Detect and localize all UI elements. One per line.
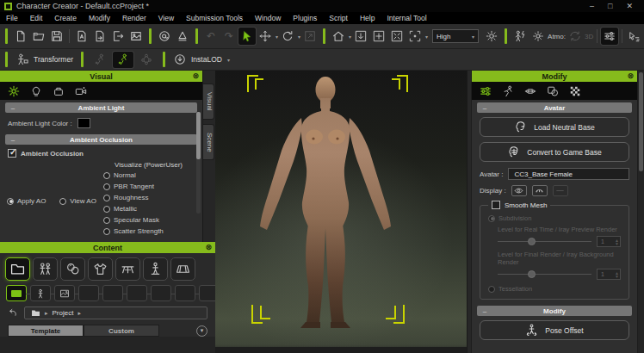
motion-tab-icon[interactable] xyxy=(502,85,514,97)
slider-thumb[interactable] xyxy=(528,270,536,278)
camera-tab-icon[interactable] xyxy=(75,85,87,97)
frame-selection-icon[interactable] xyxy=(406,28,424,45)
stage-tab-icon[interactable] xyxy=(53,85,65,97)
undo-icon[interactable]: ↶ xyxy=(202,28,220,45)
menu-view[interactable]: View xyxy=(152,14,180,22)
breadcrumb-project[interactable]: Project xyxy=(53,309,74,317)
final-level-spinbox[interactable]: 1▲▼ xyxy=(597,269,621,280)
send-to-icon[interactable] xyxy=(109,28,127,45)
subcategory-empty-slot[interactable] xyxy=(127,285,147,301)
atmosphere-toggle-icon[interactable] xyxy=(529,28,547,45)
rotate-options-caret-icon[interactable]: ▾ xyxy=(298,34,300,40)
save-project-icon[interactable] xyxy=(48,28,65,45)
avatar-name-field[interactable]: CC3_Base Female xyxy=(508,168,629,180)
expand-content-icon[interactable]: ▾ xyxy=(196,325,207,337)
smooth-mesh-checkbox[interactable] xyxy=(492,201,500,209)
scrollbar-thumb[interactable] xyxy=(639,72,643,171)
side-tab-scene[interactable]: Scene xyxy=(203,124,214,161)
visualize-roughness-radio[interactable]: Roughness xyxy=(103,192,195,203)
visualize-metallic-radio[interactable]: Metallic xyxy=(103,203,195,214)
ambient-occlusion-section-bar[interactable]: – Ambient Occlusion xyxy=(5,134,197,145)
menu-script[interactable]: Script xyxy=(323,14,354,22)
realtime-level-spinbox[interactable]: 1▲▼ xyxy=(597,236,621,247)
avatar-section-bar[interactable]: – Avatar xyxy=(477,102,632,113)
display-settings-tab-icon[interactable] xyxy=(8,85,20,97)
category-project-icon[interactable] xyxy=(5,257,30,281)
spin-arrows-icon[interactable]: ▲▼ xyxy=(615,271,620,278)
spin-arrows-icon[interactable]: ▲▼ xyxy=(615,238,620,245)
convert-to-game-base-button[interactable]: Convert to Game Base xyxy=(480,142,629,162)
category-stage-icon[interactable] xyxy=(170,257,195,281)
visualize-normal-radio[interactable]: Normal xyxy=(103,170,195,181)
load-neutral-base-button[interactable]: Load Neutral Base xyxy=(480,117,629,137)
render-image-icon[interactable] xyxy=(156,28,173,45)
menu-submission-tools[interactable]: Submission Tools xyxy=(180,14,249,22)
category-accessory-icon[interactable] xyxy=(115,257,140,281)
select-tool-icon[interactable] xyxy=(238,28,256,45)
sync-3d-icon[interactable] xyxy=(567,28,584,45)
subcategory-scene-icon[interactable] xyxy=(54,285,75,301)
physics-toggle-icon[interactable] xyxy=(511,28,529,45)
menu-file[interactable]: File xyxy=(0,14,24,22)
new-project-icon[interactable] xyxy=(12,28,29,45)
show-hair-toggle[interactable] xyxy=(553,185,568,196)
move-options-caret-icon[interactable]: ▾ xyxy=(276,34,278,40)
modify-panel-header[interactable]: Modify ⊗ xyxy=(472,71,637,82)
tessellation-radio[interactable]: Tessellation xyxy=(488,283,622,294)
subdivision-radio[interactable]: Subdivision xyxy=(488,213,622,224)
collapse-icon[interactable]: – xyxy=(5,136,21,144)
breadcrumb[interactable]: ▸ Project ▸ xyxy=(24,307,207,319)
slider-thumb[interactable] xyxy=(528,238,536,245)
visualize-scatter-strength-radio[interactable]: Scatter Strength xyxy=(103,226,195,237)
collapse-icon[interactable]: – xyxy=(477,307,492,315)
subcategory-empty-slot[interactable] xyxy=(151,285,171,301)
subcategory-empty-slot[interactable] xyxy=(175,285,195,301)
instalod-caret-icon[interactable]: ▾ xyxy=(227,57,230,63)
category-material-icon[interactable] xyxy=(60,257,85,281)
light-tab-icon[interactable] xyxy=(30,85,42,97)
category-animation-icon[interactable] xyxy=(143,257,168,281)
home-camera-icon[interactable] xyxy=(330,28,347,45)
material-tab-icon[interactable] xyxy=(547,85,559,97)
collapse-icon[interactable]: – xyxy=(5,104,21,112)
realtime-level-slider[interactable] xyxy=(498,241,591,242)
move-tool-icon[interactable] xyxy=(257,28,274,45)
fit-view-icon[interactable] xyxy=(352,28,369,45)
view-ao-radio[interactable]: View AO xyxy=(59,195,96,207)
scale-tool-icon[interactable] xyxy=(301,28,319,45)
visual-panel-header[interactable]: Visual ⊗ xyxy=(0,71,202,82)
import-file-icon[interactable] xyxy=(73,28,90,45)
ambient-light-section-bar[interactable]: – Ambient Light xyxy=(5,102,197,113)
content-panel-header[interactable]: Content ⊗ xyxy=(0,242,215,253)
attributes-tab-icon[interactable] xyxy=(480,85,492,97)
transform-tab-icon[interactable] xyxy=(524,85,536,97)
edit-pose-mode-icon[interactable] xyxy=(113,52,133,68)
content-panel-close-icon[interactable]: ⊗ xyxy=(205,242,212,253)
open-project-icon[interactable] xyxy=(30,28,47,45)
collapse-icon[interactable]: – xyxy=(477,104,492,112)
redo-icon[interactable]: ↷ xyxy=(220,28,238,45)
visualize-pbr-tangent-radio[interactable]: PBR Tangent xyxy=(103,181,195,192)
pose-offset-button[interactable]: Pose Offset xyxy=(480,320,629,340)
subcategory-empty-slot[interactable] xyxy=(78,285,99,301)
close-button[interactable]: ✕ xyxy=(626,2,633,10)
gizmo-tool-icon[interactable] xyxy=(626,28,643,45)
display-settings-icon[interactable] xyxy=(601,28,618,45)
maximize-button[interactable]: □ xyxy=(608,2,612,10)
menu-edit[interactable]: Edit xyxy=(24,14,49,22)
texture-tab-icon[interactable] xyxy=(569,85,581,97)
home-options-caret-icon[interactable]: ▾ xyxy=(349,34,351,40)
quality-dropdown[interactable]: High ▾ xyxy=(432,29,479,43)
viewport-3d[interactable] xyxy=(215,71,467,353)
zoom-extents-icon[interactable] xyxy=(388,28,406,45)
modify-section-bar[interactable]: – Modify xyxy=(477,306,632,316)
menu-modify[interactable]: Modify xyxy=(83,14,116,22)
menu-plugins[interactable]: Plugins xyxy=(287,14,323,22)
visualize-specular-mask-radio[interactable]: Specular Mask xyxy=(103,214,195,226)
scrollbar-thumb[interactable] xyxy=(196,112,201,159)
frame-options-caret-icon[interactable]: ▾ xyxy=(425,34,428,40)
subcategory-project-icon[interactable] xyxy=(6,285,27,301)
instalod-label[interactable]: InstaLOD xyxy=(191,55,222,64)
modify-panel-close-icon[interactable]: ⊗ xyxy=(627,71,634,82)
final-level-slider[interactable] xyxy=(498,274,591,275)
